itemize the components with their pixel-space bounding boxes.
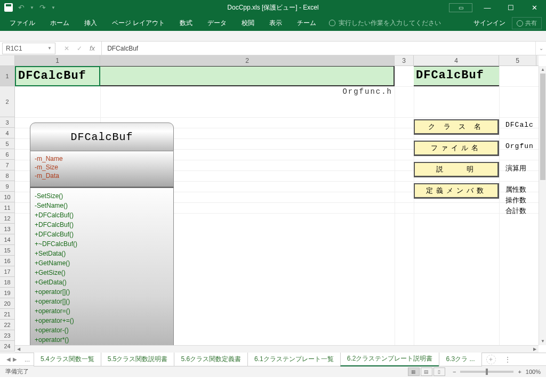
spreadsheet-grid[interactable]: 1 2 3 4 5 1 2 3 4 5 6 7 8 9 10 11 12 13 … xyxy=(0,55,546,353)
vertical-scrollbar[interactable]: ▲ ▼ xyxy=(539,66,546,345)
row-header[interactable]: 4 xyxy=(0,128,15,138)
value-description[interactable]: 演算用 xyxy=(505,164,526,173)
row-header[interactable]: 23 xyxy=(0,330,15,341)
share-button[interactable]: 共有 xyxy=(512,17,542,29)
row-header[interactable]: 24 xyxy=(0,341,15,352)
row-header[interactable]: 19 xyxy=(0,288,15,298)
tab-formulas[interactable]: 数式 xyxy=(172,15,200,31)
name-box[interactable]: R1C1 ▼ xyxy=(2,43,55,54)
row-header[interactable]: 9 xyxy=(0,181,15,192)
tab-file[interactable]: ファイル xyxy=(2,15,43,31)
sheet-nav-last-icon[interactable]: ▶ xyxy=(13,356,17,362)
cancel-icon[interactable]: ✕ xyxy=(64,45,69,52)
view-normal-icon[interactable]: ▦ xyxy=(408,368,420,376)
sheet-tab[interactable]: 6.1クラステンプレート一覧 xyxy=(247,353,341,366)
save-icon[interactable] xyxy=(4,3,13,12)
view-page-break-icon[interactable]: ▯ xyxy=(433,368,445,376)
column-header[interactable]: 1 xyxy=(15,55,100,66)
row-header[interactable]: 13 xyxy=(0,224,15,234)
select-all-corner[interactable] xyxy=(0,55,15,66)
scroll-down-icon[interactable]: ▼ xyxy=(539,338,546,345)
add-sheet-button[interactable]: + xyxy=(486,355,496,364)
cell-r1c5[interactable]: DFCalcBuf xyxy=(414,66,499,86)
value-total-count[interactable]: 合計数 xyxy=(505,206,526,216)
tab-page-layout[interactable]: ページ レイアウト xyxy=(105,15,172,31)
tab-review[interactable]: 校閲 xyxy=(234,15,262,31)
row-header[interactable]: 15 xyxy=(0,245,15,256)
row-header[interactable]: 22 xyxy=(0,320,15,330)
sheet-tab-active[interactable]: 6.2クラステンプレート説明書 xyxy=(340,352,440,366)
fx-icon[interactable]: fx xyxy=(90,44,95,52)
tab-view[interactable]: 表示 xyxy=(262,15,290,31)
sheet-tab[interactable]: 5.5クラス関数説明書 xyxy=(101,353,175,366)
scroll-right-icon[interactable]: ▶ xyxy=(531,346,539,353)
row-header[interactable]: 18 xyxy=(0,277,15,288)
value-file-name[interactable]: Orgfun xyxy=(505,142,534,150)
row-header[interactable]: 12 xyxy=(0,213,15,224)
column-header[interactable]: 2 xyxy=(100,55,395,66)
cell-area[interactable]: DFCalcBuf DFCalcBuf Orgfunc.h DFCalcBuf … xyxy=(15,66,539,345)
scroll-up-icon[interactable]: ▲ xyxy=(539,66,546,74)
maximize-button[interactable]: ☐ xyxy=(499,4,523,12)
row-header[interactable]: 1 xyxy=(0,66,15,86)
name-box-dropdown-icon[interactable]: ▼ xyxy=(47,46,52,51)
column-header[interactable]: 5 xyxy=(499,55,536,66)
qat-customize-icon[interactable]: ▼ xyxy=(51,5,55,10)
row-header[interactable]: 21 xyxy=(0,309,15,320)
label-member-count[interactable]: 定義メンバ数 xyxy=(414,183,499,199)
row-header[interactable]: 3 xyxy=(0,117,15,128)
minimize-button[interactable]: — xyxy=(476,4,499,12)
close-button[interactable]: ✕ xyxy=(523,4,546,12)
value-attr-count[interactable]: 属性数 xyxy=(505,185,526,194)
value-op-count[interactable]: 操作数 xyxy=(505,195,526,205)
sheet-tab[interactable]: 5.4クラス関数一覧 xyxy=(34,353,101,366)
formula-input[interactable]: DFCalcBuf xyxy=(102,45,535,52)
sheet-tab[interactable]: 5.6クラス関数定義書 xyxy=(174,353,248,366)
cell-r1c2[interactable] xyxy=(100,66,395,86)
label-description[interactable]: 説 明 xyxy=(414,162,499,177)
sheet-tab[interactable]: 6.3クラ ... xyxy=(439,353,481,366)
row-header[interactable]: 11 xyxy=(0,202,15,213)
zoom-out-button[interactable]: − xyxy=(453,369,456,375)
sheet-tabs-options-icon[interactable]: ⋮ xyxy=(500,356,516,363)
zoom-in-button[interactable]: + xyxy=(518,369,521,375)
zoom-slider[interactable] xyxy=(460,371,513,373)
sheet-nav-first-icon[interactable]: ◀ xyxy=(6,356,11,362)
zoom-level[interactable]: 100% xyxy=(526,369,541,375)
row-header[interactable]: 17 xyxy=(0,266,15,277)
column-header[interactable]: 4 xyxy=(414,55,499,66)
value-class-name[interactable]: DFCalc xyxy=(505,121,534,129)
view-page-layout-icon[interactable]: ▤ xyxy=(421,368,432,376)
formula-expand-icon[interactable]: ⌄ xyxy=(535,42,546,55)
label-class-name[interactable]: ク ラ ス 名 xyxy=(414,119,499,135)
row-header[interactable]: 20 xyxy=(0,298,15,309)
row-header[interactable]: 14 xyxy=(0,234,15,245)
row-header[interactable]: 16 xyxy=(0,256,15,266)
horizontal-scrollbar[interactable]: ◀ ▶ xyxy=(15,345,539,353)
undo-icon[interactable]: ↶ xyxy=(18,3,25,12)
scroll-left-icon[interactable]: ◀ xyxy=(15,346,22,353)
ribbon-display-options-icon[interactable]: ▭ xyxy=(449,3,472,12)
redo-icon[interactable]: ↷ xyxy=(39,3,46,12)
undo-dropdown-icon[interactable]: ▼ xyxy=(30,5,34,10)
label-file-name[interactable]: ファイル名 xyxy=(414,141,499,156)
row-header[interactable]: 2 xyxy=(0,86,15,117)
enter-icon[interactable]: ✓ xyxy=(77,45,82,52)
cell-r1c1[interactable]: DFCalcBuf xyxy=(15,66,100,86)
sign-in-link[interactable]: サインイン xyxy=(473,19,505,28)
row-header[interactable]: 8 xyxy=(0,170,15,181)
cell-header-file[interactable]: Orgfunc.h xyxy=(342,87,392,96)
row-header[interactable]: 6 xyxy=(0,149,15,160)
tell-me-search[interactable]: 実行したい作業を入力してください xyxy=(324,19,441,28)
tab-insert[interactable]: 挿入 xyxy=(77,15,105,31)
tab-data[interactable]: データ xyxy=(200,15,234,31)
vertical-scroll-thumb[interactable] xyxy=(540,74,545,180)
row-header[interactable]: 10 xyxy=(0,192,15,202)
column-header[interactable]: 3 xyxy=(395,55,414,66)
row-header[interactable]: 5 xyxy=(0,138,15,149)
row-header[interactable]: 7 xyxy=(0,160,15,170)
sheet-tabs-ellipsis-left[interactable]: ... xyxy=(20,354,34,365)
tab-home[interactable]: ホーム xyxy=(43,15,77,31)
uml-class-diagram[interactable]: DFCalcBuf -m_Name -m_Size -m_Data -SetSi… xyxy=(30,123,174,345)
tab-team[interactable]: チーム xyxy=(290,15,324,31)
